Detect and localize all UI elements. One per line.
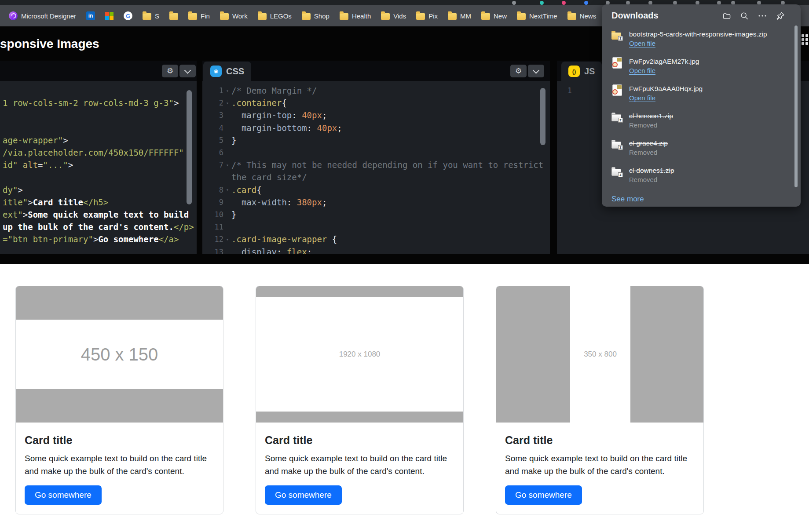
zip-file-icon: [611, 166, 623, 177]
fold-arrow-icon[interactable]: ▾: [223, 101, 231, 106]
code-line: 6: [206, 146, 550, 159]
fold-arrow-icon[interactable]: ▾: [223, 237, 231, 242]
more-options-icon[interactable]: [758, 11, 767, 20]
bookmark-item-microsoft-designer[interactable]: Microsoft Designer: [9, 11, 76, 20]
bookmark-star-icon[interactable]: [512, 1, 516, 5]
code-token: }: [231, 135, 236, 145]
css-settings-button[interactable]: ⚙: [510, 65, 527, 77]
downloads-title: Downloads: [611, 11, 722, 21]
bookmark-item-work[interactable]: Work: [220, 12, 248, 20]
code-token: display: [242, 247, 277, 254]
code-token: {: [282, 98, 286, 108]
download-file-name: bootstrap-5-cards-with-responsive-images…: [629, 29, 767, 39]
css-tab-label: CSS: [226, 66, 244, 77]
card-title: Card title: [505, 434, 695, 447]
open-file-link[interactable]: Open file: [629, 39, 767, 48]
line-number: 12: [206, 235, 223, 244]
downloads-header: Downloads: [602, 4, 801, 23]
html-code-area[interactable]: 1 row-cols-sm-2 row-cols-md-3 g-3">age-w…: [0, 81, 197, 254]
bookmark-label: Health: [352, 12, 371, 20]
apps-grid-icon[interactable]: [802, 34, 809, 45]
bookmark-item[interactable]: [124, 11, 132, 20]
bookmark-label: S: [155, 12, 159, 20]
bookmark-item-new[interactable]: New: [481, 12, 507, 20]
bookmark-label: Shop: [314, 12, 329, 20]
tab-js[interactable]: JS: [561, 62, 602, 81]
folder-icon: [381, 13, 390, 20]
folder-icon: [567, 13, 576, 20]
bookmark-item-legos[interactable]: LEGOs: [258, 12, 292, 20]
fold-arrow-icon[interactable]: ▾: [223, 163, 231, 168]
download-item[interactable]: cl-downes1.zipRemoved: [602, 161, 801, 189]
page-title: sponsive Images: [0, 37, 99, 51]
see-more-link[interactable]: See more: [602, 189, 801, 207]
code-line: itle">Card title</h5>: [3, 196, 197, 208]
code-token: {: [332, 234, 337, 244]
code-line: 12▾.card-image-wrapper {: [206, 233, 550, 245]
code-token: </h5>: [83, 197, 108, 207]
css-code-area[interactable]: 1▾/* Demo Margin */2▾.container{3 margin…: [202, 81, 550, 254]
code-token: ;: [307, 247, 312, 254]
css-editor-panel: CSS ⚙ 1▾/* Demo Margin */2▾.container{3 …: [202, 61, 550, 254]
download-item-text: cl-grace4.zipRemoved: [629, 138, 668, 157]
bookmark-item[interactable]: [169, 12, 178, 20]
bookmark-item-news[interactable]: News: [567, 12, 597, 20]
code-token: dy": [3, 185, 18, 195]
download-item[interactable]: cl-grace4.zipRemoved: [602, 134, 801, 161]
line-number: 7: [206, 160, 223, 169]
download-item[interactable]: FwFpuK9aAAA0Hqx.jpgOpen file: [602, 80, 801, 107]
card-image-wrapper: 450 x 150: [16, 286, 223, 423]
cards-row: 450 x 150Card titleSome quick example te…: [15, 286, 704, 514]
bookmark-item-shop[interactable]: Shop: [302, 12, 329, 20]
bookmark-item-health[interactable]: Health: [340, 12, 371, 20]
download-file-name: FwFpuK9aAAA0Hqx.jpg: [629, 84, 703, 93]
open-file-link[interactable]: Open file: [629, 66, 699, 75]
line-number: 6: [206, 148, 223, 157]
bookmark-item-s[interactable]: S: [143, 12, 159, 20]
code-token: age-wrapper": [3, 135, 63, 145]
html-scrollbar[interactable]: [187, 90, 192, 204]
download-item-text: FwFpuK9aAAA0Hqx.jpgOpen file: [629, 84, 703, 102]
css-collapse-button[interactable]: [528, 65, 544, 77]
pin-icon[interactable]: [776, 11, 785, 20]
js-icon: [568, 66, 580, 77]
bookmark-label: Pix: [428, 12, 438, 20]
downloads-scrollbar[interactable]: [794, 26, 798, 187]
search-icon[interactable]: [740, 11, 749, 20]
css-icon: [210, 66, 222, 77]
tab-css[interactable]: CSS: [203, 62, 251, 81]
line-number: 4: [206, 124, 223, 132]
code-line: 9 max-width: 380px;: [206, 196, 550, 208]
bookmark-item-nexttime[interactable]: NextTime: [517, 12, 557, 20]
bookmark-item[interactable]: [105, 12, 113, 20]
fold-arrow-icon[interactable]: ▾: [223, 88, 231, 93]
bookmark-item-fin[interactable]: Fin: [188, 12, 210, 20]
download-file-name: cl-downes1.zip: [629, 166, 674, 175]
go-somewhere-button[interactable]: Go somewhere: [265, 485, 342, 505]
tab-dot-pink[interactable]: [562, 1, 566, 5]
bookmark-item-pix[interactable]: Pix: [416, 12, 438, 20]
line-number: 13: [206, 248, 223, 254]
bookmark-item-vids[interactable]: Vids: [381, 12, 406, 20]
download-file-name: FwFpv2iagAEM27k.jpg: [629, 57, 699, 66]
go-somewhere-button[interactable]: Go somewhere: [25, 485, 102, 505]
fold-arrow-icon[interactable]: ▾: [223, 187, 231, 192]
bookmark-item[interactable]: [86, 11, 95, 20]
card-body: Card titleSome quick example text to bui…: [256, 423, 463, 514]
line-number: 2: [206, 98, 223, 107]
tab-dot-teal[interactable]: [540, 1, 544, 5]
open-folder-icon[interactable]: [722, 11, 731, 20]
code-line: 10}: [206, 208, 550, 221]
code-line: 2▾.container{: [206, 97, 550, 109]
open-file-link[interactable]: Open file: [629, 93, 703, 102]
html-collapse-button[interactable]: [179, 65, 196, 77]
css-scrollbar[interactable]: [540, 88, 545, 145]
download-item[interactable]: cl-henson1.zipRemoved: [602, 107, 801, 134]
tab-dot-blue[interactable]: [584, 1, 588, 5]
go-somewhere-button[interactable]: Go somewhere: [505, 485, 582, 505]
bookmark-item-mm[interactable]: MM: [448, 12, 471, 20]
download-item[interactable]: FwFpv2iagAEM27k.jpgOpen file: [602, 52, 801, 80]
html-settings-button[interactable]: ⚙: [162, 65, 178, 77]
download-item[interactable]: bootstrap-5-cards-with-responsive-images…: [602, 25, 801, 52]
bootstrap-card: 350 x 800Card titleSome quick example te…: [496, 286, 704, 514]
